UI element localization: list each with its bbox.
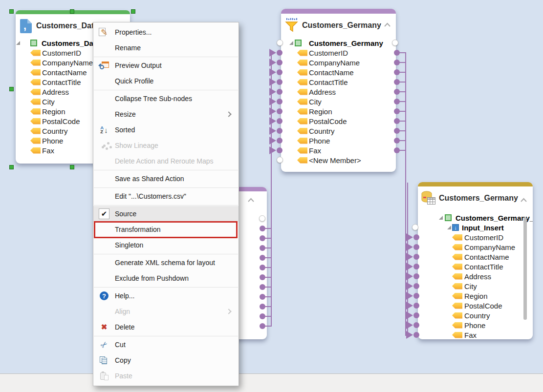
field-row[interactable]: ContactTitle	[418, 262, 533, 271]
menu-item-transformation[interactable]: Transformation	[93, 222, 239, 237]
pencil-icon: ✎	[93, 27, 115, 38]
tree-node-label: Address	[464, 272, 491, 281]
collapse-chevron-icon[interactable]	[520, 197, 528, 204]
menu-item-paste: Paste	[93, 368, 239, 384]
map-arrow-icon	[269, 68, 276, 76]
menu-item-resize[interactable]: Resize	[93, 106, 239, 122]
tree-node-row[interactable]: ↓Input_Insert	[418, 223, 533, 232]
tree-expander-icon[interactable]	[439, 216, 443, 220]
tree-node-label: City	[464, 282, 477, 290]
resize-handle[interactable]	[70, 9, 74, 14]
tree-expander-icon[interactable]	[16, 41, 20, 45]
field-row[interactable]: Phone	[418, 320, 533, 330]
field-row[interactable]: CompanyName	[418, 242, 533, 252]
cut-icon: ✂	[93, 340, 115, 350]
menu-item-label: Exclude from Pushdown	[115, 274, 189, 282]
menu-item-label: Show Lineage	[115, 142, 158, 149]
field-icon	[452, 312, 462, 319]
map-arrow-icon	[406, 302, 413, 309]
map-stub-line	[399, 140, 406, 141]
resize-handle[interactable]	[131, 9, 135, 14]
menu-item-source[interactable]: ✔Source	[93, 206, 239, 222]
field-icon	[297, 147, 307, 154]
field-icon	[30, 60, 41, 66]
menu-separator	[94, 336, 238, 336]
menu-item-properties[interactable]: ✎Properties...	[93, 24, 239, 40]
menu-item-delete[interactable]: ✖Delete	[93, 319, 239, 335]
menu-item-help[interactable]: ?Help...	[93, 288, 239, 304]
vertical-scrollbar[interactable]	[523, 217, 527, 320]
map-bus-line	[407, 183, 408, 335]
field-row[interactable]: CompanyName	[281, 58, 396, 67]
filter-node-header[interactable]: Customers_Germany	[281, 14, 396, 37]
resize-handle[interactable]	[9, 87, 14, 91]
field-icon	[297, 157, 307, 164]
field-row[interactable]: Address	[418, 271, 533, 281]
map-arrow-icon	[406, 272, 413, 280]
menu-item-rename[interactable]: Rename	[93, 40, 239, 56]
lineage-icon	[93, 144, 115, 147]
menu-item-save-as-shared-action[interactable]: Save as Shared Action	[93, 171, 239, 186]
menu-item-label: Align	[115, 308, 130, 315]
dataflow-canvas[interactable]: , Customers_Dat Customers_DatCustomerIDC…	[0, 0, 543, 392]
menu-item-quick-profile[interactable]: Quick Profile	[93, 73, 239, 89]
tree-node-row[interactable]: Customers_Germany_T..	[418, 213, 533, 223]
menu-item-preview-output[interactable]: Preview Output	[93, 58, 239, 73]
tree-expander-icon[interactable]	[447, 226, 451, 229]
field-row[interactable]: Phone	[281, 136, 396, 145]
help-icon: ?	[93, 291, 115, 300]
resize-handle[interactable]	[9, 165, 14, 169]
field-icon	[297, 118, 307, 124]
collapse-chevron-icon[interactable]	[383, 21, 391, 28]
field-row[interactable]: CustomerID	[281, 48, 396, 58]
field-row[interactable]: Fax	[281, 145, 396, 155]
field-row[interactable]: ContactTitle	[281, 77, 396, 87]
field-icon	[297, 50, 307, 56]
field-row[interactable]: City	[418, 281, 533, 291]
collapse-chevron-icon[interactable]	[247, 197, 255, 204]
resize-handle[interactable]	[70, 165, 74, 169]
map-arrow-icon	[406, 331, 413, 339]
tree-node-row[interactable]: Customers_Germany	[281, 38, 396, 48]
tree-node-label: ContactTitle	[464, 263, 503, 271]
menu-item-singleton[interactable]: Singleton	[93, 237, 239, 253]
tree-node-label: City	[42, 98, 55, 106]
field-row[interactable]: City	[281, 97, 396, 106]
field-row[interactable]: Country	[418, 310, 533, 320]
tree-expander-icon[interactable]	[289, 41, 293, 45]
menu-item-edit-customers-csv[interactable]: Edit "...\Customers.csv"	[93, 188, 239, 204]
menu-item-copy[interactable]: Copy	[93, 352, 239, 368]
field-icon	[30, 128, 41, 134]
menu-item-cut[interactable]: ✂Cut	[93, 337, 239, 352]
field-row[interactable]: ContactName	[281, 67, 396, 77]
tree-node-label: PostalCode	[42, 117, 80, 125]
field-row[interactable]: Region	[281, 106, 396, 116]
tree-node-label: Region	[309, 107, 332, 116]
menu-item-sorted[interactable]: AZ↓Sorted	[93, 122, 239, 138]
menu-item-generate-xml-schema-for-layout[interactable]: Generate XML schema for layout	[93, 255, 239, 270]
field-row[interactable]: ContactName	[418, 252, 533, 262]
tree-node-label: ContactName	[464, 253, 509, 261]
menu-item-exclude-from-pushdown[interactable]: Exclude from Pushdown	[93, 270, 239, 286]
map-stub-line	[399, 52, 406, 53]
field-icon	[30, 79, 41, 85]
checked-checkbox: ✔	[93, 208, 115, 219]
field-row[interactable]: <New Member>	[281, 155, 396, 165]
field-row[interactable]: CustomerID	[418, 232, 533, 242]
field-row[interactable]: Region	[418, 291, 533, 301]
menu-item-collapse-tree-sub-nodes[interactable]: Collapse Tree Sub-nodes	[93, 91, 239, 106]
field-row[interactable]: Country	[281, 126, 396, 136]
menu-separator	[94, 287, 238, 288]
field-icon	[452, 264, 462, 270]
field-row[interactable]: PostalCode	[281, 116, 396, 126]
field-icon	[297, 128, 307, 134]
map-stub-line	[399, 111, 406, 112]
destination-node-header[interactable]: Customers_Germany	[418, 186, 533, 210]
layout-node-icon	[445, 214, 452, 221]
field-row[interactable]: Address	[281, 87, 396, 97]
map-arrow-icon	[406, 243, 413, 251]
paste-icon	[93, 372, 115, 380]
resize-handle[interactable]	[9, 9, 14, 14]
field-row[interactable]: Fax	[418, 330, 533, 340]
field-row[interactable]: PostalCode	[418, 301, 533, 310]
